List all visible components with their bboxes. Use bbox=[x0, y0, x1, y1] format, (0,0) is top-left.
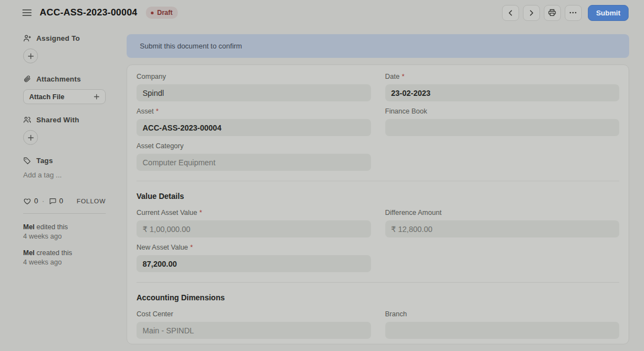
assigned-to-section: Assigned To bbox=[23, 34, 106, 63]
menu-button[interactable] bbox=[21, 7, 33, 19]
asset-category-label: Asset Category bbox=[137, 142, 371, 150]
company-input[interactable]: Spindl bbox=[137, 84, 371, 101]
hamburger-menu-icon bbox=[22, 9, 32, 17]
current-asset-value-field: Current Asset Value* ₹ 1,00,000.00 bbox=[137, 209, 371, 237]
finance-book-field: Finance Book bbox=[385, 107, 620, 136]
difference-amount-label: Difference Amount bbox=[385, 209, 620, 217]
status-dot-icon bbox=[151, 12, 154, 14]
top-bar: ACC-ASS-2023-00004 Draft bbox=[0, 0, 644, 25]
attach-file-button[interactable]: Attach File bbox=[23, 89, 106, 104]
printer-icon bbox=[548, 8, 556, 17]
page-title: ACC-ASS-2023-00004 bbox=[40, 7, 137, 18]
dot-separator: · bbox=[42, 197, 44, 205]
required-marker: * bbox=[402, 73, 405, 80]
assigned-to-label: Assigned To bbox=[36, 34, 80, 42]
asset-category-field: Asset Category Computer Equipment bbox=[137, 142, 371, 171]
follow-button[interactable]: FOLLOW bbox=[77, 198, 106, 204]
current-asset-value-label: Current Asset Value* bbox=[137, 209, 371, 217]
social-counts: 0 · 0 bbox=[23, 197, 77, 205]
date-input[interactable]: 23-02-2023 bbox=[385, 84, 620, 101]
attachments-section: Attachments Attach File bbox=[23, 75, 106, 104]
current-asset-value-input[interactable]: ₹ 1,00,000.00 bbox=[137, 220, 371, 237]
value-details-grid: Current Asset Value* ₹ 1,00,000.00 Diffe… bbox=[137, 209, 619, 272]
add-share-button[interactable] bbox=[23, 130, 38, 145]
required-marker: * bbox=[156, 107, 159, 115]
branch-input[interactable] bbox=[385, 322, 620, 339]
field-label-text: Branch bbox=[385, 310, 407, 318]
value-details-heading: Value Details bbox=[137, 192, 619, 201]
sidebar-divider bbox=[23, 213, 106, 214]
cost-center-label: Cost Center bbox=[137, 310, 371, 318]
sidebar: Assigned To Attachments Attach File bbox=[0, 25, 127, 351]
field-label-text: Current Asset Value bbox=[137, 209, 197, 217]
finance-book-label: Finance Book bbox=[385, 107, 620, 115]
difference-amount-field: Difference Amount ₹ 12,800.00 bbox=[385, 209, 620, 237]
field-label-text: Date bbox=[385, 73, 400, 80]
branch-field: Branch bbox=[385, 310, 620, 339]
comment-count-indicator[interactable]: 0 bbox=[48, 197, 63, 205]
assign-user-icon bbox=[23, 34, 31, 42]
tag-icon bbox=[23, 156, 31, 165]
ellipsis-icon bbox=[569, 8, 577, 17]
page-layout: Assigned To Attachments Attach File bbox=[0, 25, 644, 351]
status-badge-label: Draft bbox=[157, 9, 172, 17]
asset-category-input[interactable]: Computer Equipment bbox=[137, 154, 371, 171]
difference-amount-input[interactable]: ₹ 12,800.00 bbox=[385, 220, 620, 237]
chevron-left-icon bbox=[506, 9, 515, 17]
field-label-text: Finance Book bbox=[385, 107, 427, 115]
field-label-text: Cost Center bbox=[137, 310, 173, 318]
attachments-label: Attachments bbox=[36, 75, 81, 83]
more-actions-button[interactable] bbox=[565, 5, 582, 21]
form-card: Company Spindl Date* 23-02-2023 Asset* bbox=[127, 64, 629, 344]
shared-with-label: Shared With bbox=[36, 116, 79, 124]
print-button[interactable] bbox=[544, 5, 561, 21]
accounting-dimensions-grid: Cost Center Main - SPINDL Branch bbox=[137, 310, 619, 339]
like-count: 0 bbox=[34, 197, 38, 205]
top-bar-left: ACC-ASS-2023-00004 Draft bbox=[21, 7, 502, 19]
like-button[interactable]: 0 bbox=[23, 197, 38, 205]
tags-section: Tags Add a tag ... bbox=[23, 156, 106, 179]
new-asset-value-label: New Asset Value* bbox=[137, 244, 371, 251]
comment-icon bbox=[48, 197, 57, 205]
field-label-text: New Asset Value bbox=[137, 244, 188, 251]
required-marker: * bbox=[199, 209, 202, 217]
shared-with-section: Shared With bbox=[23, 116, 106, 145]
activity-user: Mel bbox=[23, 249, 35, 257]
plus-icon bbox=[28, 53, 34, 60]
tags-label: Tags bbox=[36, 156, 53, 165]
activity-timestamp: 4 weeks ago bbox=[23, 258, 106, 267]
next-document-button[interactable] bbox=[523, 5, 540, 21]
activity-entry: Mel created this 4 weeks ago bbox=[23, 249, 106, 267]
value-details-section: Value Details Current Asset Value* ₹ 1,0… bbox=[137, 181, 619, 282]
cost-center-input[interactable]: Main - SPINDL bbox=[137, 322, 371, 339]
details-grid: Company Spindl Date* 23-02-2023 Asset* bbox=[137, 73, 619, 171]
add-assignment-button[interactable] bbox=[23, 48, 38, 63]
asset-input[interactable]: ACC-ASS-2023-00004 bbox=[137, 119, 371, 136]
attachments-header: Attachments bbox=[23, 75, 106, 83]
previous-document-button[interactable] bbox=[502, 5, 519, 21]
finance-book-input[interactable] bbox=[385, 119, 620, 136]
tags-header: Tags bbox=[23, 156, 106, 165]
new-asset-value-input[interactable]: 87,200.00 bbox=[137, 255, 371, 272]
heart-icon bbox=[23, 197, 31, 205]
activity-action: edited this bbox=[36, 223, 68, 231]
plus-icon bbox=[28, 134, 34, 141]
activity-text: Mel edited this bbox=[23, 223, 106, 232]
field-label-text: Asset bbox=[137, 107, 154, 115]
shared-users-icon bbox=[23, 116, 31, 124]
attach-file-label: Attach File bbox=[29, 93, 64, 101]
accounting-dimensions-section: Accounting Dimensions Cost Center Main -… bbox=[137, 282, 619, 344]
assigned-to-header: Assigned To bbox=[23, 34, 106, 42]
add-tag-input[interactable]: Add a tag ... bbox=[23, 171, 106, 179]
field-label-text: Company bbox=[137, 73, 166, 80]
activity-timestamp: 4 weeks ago bbox=[23, 232, 106, 241]
new-asset-value-field: New Asset Value* 87,200.00 bbox=[137, 244, 371, 272]
asset-label: Asset* bbox=[137, 107, 371, 115]
field-label-text: Asset Category bbox=[137, 142, 183, 150]
accounting-dimensions-heading: Accounting Dimensions bbox=[137, 293, 619, 302]
activity-action: created this bbox=[36, 249, 72, 257]
submit-button[interactable]: Submit bbox=[588, 5, 629, 21]
chevron-right-icon bbox=[527, 9, 536, 17]
comment-count: 0 bbox=[59, 197, 63, 205]
field-label-text: Difference Amount bbox=[385, 209, 442, 217]
